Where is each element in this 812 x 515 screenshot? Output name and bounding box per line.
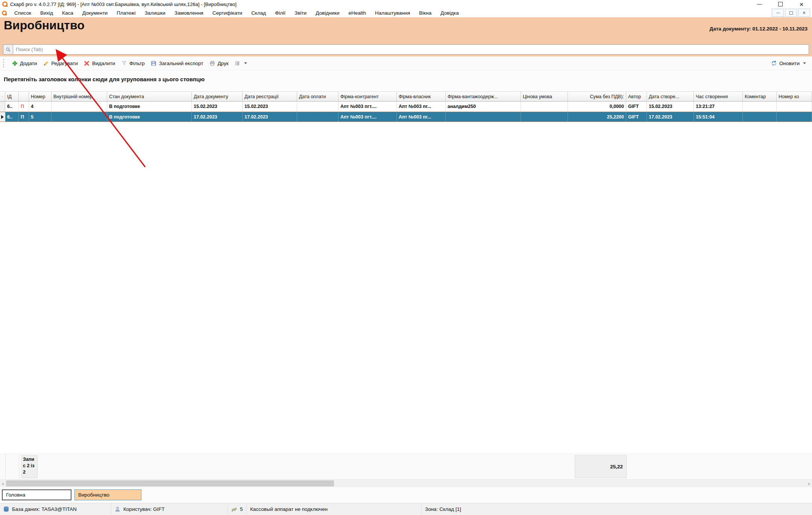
column-header[interactable]: Номер ко bbox=[777, 92, 812, 101]
table-cell: Апт №003 пг... bbox=[397, 102, 446, 111]
menu-item[interactable]: Каса bbox=[58, 9, 78, 17]
column-header[interactable]: Автор bbox=[626, 92, 647, 101]
column-header[interactable]: Коментар bbox=[743, 92, 777, 101]
search-button[interactable] bbox=[3, 45, 13, 54]
status-counter: 5 bbox=[228, 503, 247, 515]
table-cell: GIFT bbox=[626, 112, 647, 122]
scrollbar-thumb[interactable] bbox=[6, 480, 334, 486]
horizontal-scrollbar[interactable]: ‹ › bbox=[0, 479, 812, 487]
chevron-down-icon bbox=[803, 62, 806, 64]
column-header[interactable]: ІД bbox=[5, 92, 19, 101]
mdi-close-button[interactable]: × bbox=[798, 9, 810, 17]
page-title: Виробництво bbox=[4, 18, 85, 32]
tab-holovna[interactable]: Головна bbox=[2, 489, 71, 500]
column-header[interactable]: Цінова умова bbox=[521, 92, 568, 101]
column-header[interactable]: Дата створе... bbox=[647, 92, 694, 101]
menu-item[interactable]: Вихід bbox=[36, 9, 58, 17]
table-cell: 6.. bbox=[5, 102, 19, 111]
filter-button[interactable]: Фільтр bbox=[118, 59, 148, 68]
restore-button[interactable] bbox=[770, 0, 791, 8]
tab-vyrobnytstvo[interactable]: Виробництво bbox=[74, 489, 141, 500]
menu-item[interactable]: Філії bbox=[270, 9, 290, 17]
menu-item[interactable]: Налаштування bbox=[370, 9, 414, 17]
column-header[interactable]: Дата оплати bbox=[297, 92, 338, 101]
group-by-panel: Перетягніть заголовок колонки сюди для у… bbox=[0, 70, 812, 91]
menu-item[interactable]: eHealth bbox=[344, 9, 370, 17]
list-lines-icon bbox=[235, 60, 241, 66]
export-button[interactable]: Загальний експорт bbox=[148, 59, 206, 68]
status-bar: База даних: TASA3@TITAN Користувач: GIFT… bbox=[0, 503, 812, 515]
menu-item[interactable]: Список bbox=[10, 9, 36, 17]
refresh-button[interactable]: Оновити bbox=[768, 59, 812, 68]
column-header[interactable]: Дата документу bbox=[192, 92, 243, 101]
edit-button[interactable]: Редагувати bbox=[40, 59, 81, 68]
menu-item[interactable]: Замовлення bbox=[170, 9, 208, 17]
table-cell: 4 bbox=[29, 102, 52, 111]
table-cell: GIFT bbox=[626, 102, 647, 111]
connection-icon bbox=[231, 506, 237, 512]
column-header[interactable]: Стан документа bbox=[107, 92, 192, 101]
minimize-icon bbox=[757, 4, 762, 5]
table-cell bbox=[743, 112, 777, 122]
page-header: Виробництво Дата документу: 01.12.2022 -… bbox=[0, 17, 812, 56]
column-header[interactable]: Фірма-власник bbox=[397, 92, 446, 101]
table-cell: 17.02.2023 bbox=[243, 112, 297, 122]
column-header[interactable]: Номер bbox=[29, 92, 52, 101]
menu-item[interactable]: Вікна bbox=[414, 9, 436, 17]
table-cell: 15.02.2023 bbox=[647, 102, 694, 111]
table-cell bbox=[743, 102, 777, 111]
table-cell: аналдим250 bbox=[446, 102, 521, 111]
table-cell: 17.02.2023 bbox=[647, 112, 694, 122]
print-button[interactable]: Друк bbox=[206, 59, 231, 68]
save-floppy-icon bbox=[151, 60, 157, 66]
column-header[interactable]: Дата реєстрації bbox=[243, 92, 297, 101]
table-row[interactable]: 6..П4В подготовке15.02.202315.02.2023Апт… bbox=[0, 102, 812, 112]
column-header[interactable]: Сума без ПДВ): bbox=[568, 92, 626, 101]
table-cell: 17.02.2023 bbox=[192, 112, 243, 122]
menu-item[interactable]: Залишки bbox=[140, 9, 170, 17]
add-button[interactable]: Додати bbox=[9, 59, 40, 68]
table-cell: П bbox=[19, 102, 29, 111]
menu-items: СписокВихідКасаДокументиПлатежіЗалишкиЗа… bbox=[10, 9, 463, 17]
menu-item[interactable]: Звіти bbox=[290, 9, 311, 17]
column-header[interactable] bbox=[0, 92, 5, 101]
restore-icon bbox=[778, 2, 783, 6]
menu-item[interactable]: Платежі bbox=[112, 9, 140, 17]
table-cell: П bbox=[19, 112, 29, 122]
menu-item[interactable]: Сертифікати bbox=[208, 9, 247, 17]
close-button[interactable]: × bbox=[791, 0, 812, 8]
column-header[interactable] bbox=[19, 92, 29, 101]
record-count-summary: Запис 2 із 2 bbox=[21, 455, 38, 478]
search-input[interactable] bbox=[13, 45, 809, 54]
delete-x-icon bbox=[84, 60, 90, 66]
table-row[interactable]: 6..П5В подготовке17.02.202317.02.2023Апт… bbox=[0, 112, 812, 122]
table-cell: Апт №003 пгт.... bbox=[338, 102, 397, 111]
delete-button[interactable]: Видалити bbox=[81, 59, 118, 68]
column-header[interactable]: Фірма-контрагент bbox=[338, 92, 397, 101]
column-chooser-button[interactable] bbox=[232, 59, 250, 68]
minimize-button[interactable] bbox=[749, 0, 770, 8]
column-header[interactable]: Фірма-вантажоодерж... bbox=[446, 92, 521, 101]
menu-bar: СписокВихідКасаДокументиПлатежіЗалишкиЗа… bbox=[0, 8, 812, 17]
search-icon bbox=[6, 47, 11, 52]
column-header[interactable]: Внутрішній номер bbox=[52, 92, 107, 101]
document-date-range: Дата документу: 01.12.2022 - 10.11.2023 bbox=[710, 26, 807, 32]
table-cell: 15.02.2023 bbox=[243, 102, 297, 111]
grid-header-row: ІДНомерВнутрішній номерСтан документаДат… bbox=[0, 91, 812, 102]
table-cell: Апт №003 пгт.... bbox=[338, 112, 397, 122]
table-cell bbox=[0, 112, 5, 122]
menu-item[interactable]: Довідники bbox=[311, 9, 344, 17]
column-header[interactable]: Час створення bbox=[694, 92, 743, 101]
search-bar bbox=[3, 44, 809, 55]
data-grid: ІДНомерВнутрішній номерСтан документаДат… bbox=[0, 91, 812, 122]
menu-item[interactable]: Довідка bbox=[436, 9, 463, 17]
table-cell bbox=[297, 112, 338, 122]
menu-item[interactable]: Склад bbox=[247, 9, 270, 17]
mdi-minimize-button[interactable] bbox=[772, 9, 784, 17]
table-cell: В подготовке bbox=[107, 102, 192, 111]
status-zone: Зона: Склад [1] bbox=[422, 503, 812, 515]
mdi-restore-button[interactable] bbox=[785, 9, 797, 17]
scroll-left-arrow[interactable]: ‹ bbox=[0, 480, 6, 487]
menu-item[interactable]: Документи bbox=[78, 9, 112, 17]
scroll-right-arrow[interactable]: › bbox=[806, 480, 812, 487]
